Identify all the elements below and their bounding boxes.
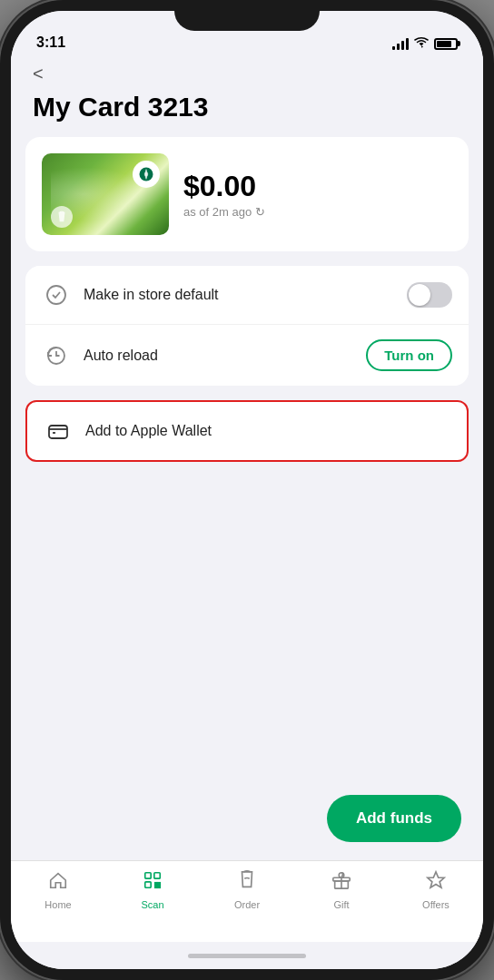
tab-offers[interactable]: Offers <box>389 870 483 910</box>
home-indicator <box>11 942 483 969</box>
svg-point-1 <box>144 172 149 177</box>
auto-reload-label: Auto reload <box>84 348 366 364</box>
settings-list: Make in store default Auto reload Turn o… <box>25 266 469 386</box>
card-section: $0.00 as of 2m ago ↻ <box>25 137 469 251</box>
status-icons <box>392 36 458 51</box>
back-button[interactable]: < <box>33 64 44 84</box>
tab-offers-label: Offers <box>422 899 450 910</box>
refresh-icon[interactable]: ↻ <box>255 205 265 219</box>
card-update: as of 2m ago ↻ <box>183 205 452 219</box>
reload-icon <box>42 341 71 370</box>
svg-rect-8 <box>155 883 157 885</box>
cup-on-card <box>51 206 73 228</box>
svg-rect-7 <box>145 882 151 887</box>
svg-rect-11 <box>158 886 161 888</box>
scan-icon <box>143 870 163 896</box>
phone-frame: 3:11 <box>0 0 494 980</box>
svg-rect-4 <box>49 426 67 438</box>
wallet-icon <box>44 416 73 446</box>
status-time: 3:11 <box>36 34 65 51</box>
tab-order[interactable]: Order <box>200 870 294 910</box>
tab-scan[interactable]: Scan <box>105 870 200 910</box>
screen: 3:11 <box>11 11 483 969</box>
card-image <box>42 153 169 235</box>
add-funds-button[interactable]: Add funds <box>327 795 461 842</box>
tab-home-label: Home <box>44 899 71 910</box>
gift-icon <box>331 870 351 896</box>
svg-rect-5 <box>145 873 151 878</box>
apple-wallet-label: Add to Apple Wallet <box>85 423 450 439</box>
content-area: < My Card 3213 <box>11 56 483 860</box>
tab-order-label: Order <box>234 899 260 910</box>
notch <box>174 0 320 31</box>
page-title: My Card 3213 <box>33 92 461 122</box>
offers-icon <box>426 870 446 896</box>
order-icon <box>237 870 257 896</box>
header: < My Card 3213 <box>11 56 483 137</box>
svg-marker-14 <box>428 872 444 887</box>
home-bar <box>188 954 306 958</box>
tab-gift-label: Gift <box>333 899 349 910</box>
make-default-label: Make in store default <box>84 287 407 303</box>
tab-scan-label: Scan <box>141 899 163 910</box>
make-default-row: Make in store default <box>25 266 469 325</box>
svg-rect-6 <box>154 873 160 878</box>
tab-home[interactable]: Home <box>11 870 105 910</box>
svg-rect-10 <box>155 886 157 888</box>
starbucks-logo <box>133 161 160 188</box>
signal-icon <box>392 37 409 50</box>
battery-icon <box>434 38 458 50</box>
svg-rect-9 <box>158 883 161 885</box>
turn-on-button[interactable]: Turn on <box>366 339 452 371</box>
tab-bar: Home Scan <box>11 860 483 942</box>
card-info: $0.00 as of 2m ago ↻ <box>183 170 452 219</box>
apple-wallet-row: Add to Apple Wallet <box>27 402 467 460</box>
apple-wallet-item[interactable]: Add to Apple Wallet <box>25 400 469 462</box>
check-circle-icon <box>42 280 71 309</box>
home-icon <box>48 870 68 896</box>
card-balance: $0.00 <box>183 170 452 203</box>
add-funds-container: Add funds <box>11 780 483 860</box>
tab-gift[interactable]: Gift <box>294 870 389 910</box>
svg-point-2 <box>47 286 65 304</box>
wifi-icon <box>414 36 429 51</box>
make-default-toggle[interactable] <box>407 282 452 308</box>
auto-reload-row: Auto reload Turn on <box>25 325 469 386</box>
